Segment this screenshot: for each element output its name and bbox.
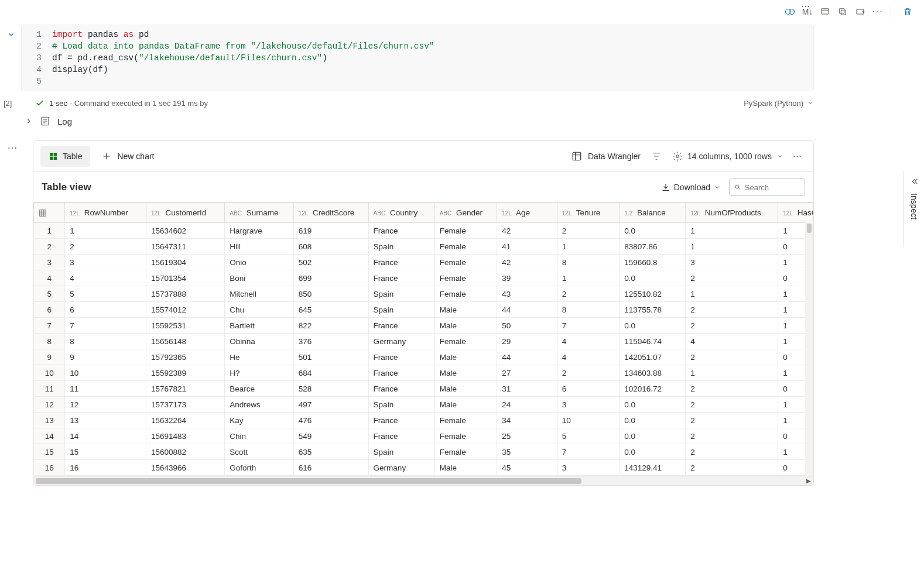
scroll-right-arrow[interactable]: ▶ bbox=[806, 478, 811, 484]
table-row[interactable]: 2215647311Hill608SpainFemale41183807.861… bbox=[34, 239, 813, 255]
new-chart-button[interactable]: New chart bbox=[95, 152, 161, 161]
table-row[interactable]: 131315632264Kay476FranceFemale34100.021 bbox=[34, 413, 813, 428]
table-row[interactable]: 3315619304Onio502FranceFemale428159660.8… bbox=[34, 255, 813, 270]
table-row[interactable]: 141415691483Chin549FranceFemale2550.020 bbox=[34, 428, 813, 444]
table-cell: Spain bbox=[368, 444, 434, 460]
table-cell: Female bbox=[434, 286, 497, 302]
table-cell: 142051.07 bbox=[620, 349, 686, 365]
table-cell: Male bbox=[434, 460, 497, 476]
table-row[interactable]: 1115634602Hargrave619FranceFemale4220.01… bbox=[34, 223, 813, 239]
chevron-down-icon bbox=[807, 99, 814, 107]
search-box[interactable] bbox=[729, 178, 805, 196]
filter-icon[interactable] bbox=[645, 151, 668, 162]
table-cell: 41 bbox=[497, 239, 557, 255]
column-header[interactable]: 12L Age bbox=[497, 203, 557, 223]
table-cell: 549 bbox=[293, 428, 368, 444]
column-header[interactable]: ABC Country bbox=[368, 203, 434, 223]
table-cell: 684 bbox=[293, 365, 368, 381]
expand-log-chevron[interactable] bbox=[25, 117, 33, 125]
columns-rows-summary[interactable]: 14 columns, 1000 rows bbox=[672, 151, 783, 162]
vertical-scroll-thumb[interactable] bbox=[807, 224, 812, 233]
gear-icon bbox=[672, 151, 683, 162]
table-row[interactable]: 111115767821Bearce528FranceMale316102016… bbox=[34, 381, 813, 397]
row-index-cell: 10 bbox=[34, 365, 65, 381]
horizontal-scroll-thumb[interactable] bbox=[36, 478, 581, 484]
table-cell: 4 bbox=[557, 334, 620, 349]
inspect-panel-tab[interactable]: Inspect bbox=[903, 171, 924, 247]
table-row[interactable]: 101015592389H?684FranceMale272134603.881… bbox=[34, 365, 813, 381]
column-header[interactable]: ABC Surname bbox=[225, 203, 293, 223]
column-type-badge: 12L bbox=[299, 210, 309, 217]
line-number: 3 bbox=[22, 52, 52, 64]
table-row[interactable]: 9915792365He501FranceMale444142051.0720 bbox=[34, 349, 813, 365]
collapse-cell-chevron[interactable] bbox=[7, 30, 15, 39]
table-view-header: Table view Download bbox=[33, 171, 813, 202]
column-type-badge: ABC bbox=[374, 210, 386, 217]
table-cell: 0.0 bbox=[620, 444, 686, 460]
column-header[interactable]: 12L CustomerId bbox=[146, 203, 224, 223]
table-cell: 3 bbox=[65, 255, 146, 270]
tab-table[interactable]: Table bbox=[40, 146, 90, 167]
cell-drag-handle[interactable]: … bbox=[7, 139, 18, 152]
table-cell: France bbox=[368, 349, 434, 365]
table-scroll-area[interactable]: 12L RowNumber12L CustomerIdABC Surname12… bbox=[33, 202, 813, 476]
column-header[interactable]: 12L RowNumber bbox=[65, 203, 146, 223]
table-cell: Scott bbox=[225, 444, 293, 460]
horizontal-scrollbar[interactable]: ▶ bbox=[33, 476, 813, 485]
column-type-badge: 12L bbox=[562, 210, 572, 217]
table-row[interactable]: 161615643966Goforth616GermanyMale4531431… bbox=[34, 460, 813, 476]
column-type-badge: 12L bbox=[70, 210, 80, 217]
table-row[interactable]: 121215737173Andrews497SpainMale2430.021 bbox=[34, 397, 813, 413]
table-row[interactable]: 6615574012Chu645SpainMale448113755.7821 bbox=[34, 302, 813, 318]
table-cell: 15634602 bbox=[146, 223, 224, 239]
vertical-scrollbar[interactable] bbox=[805, 222, 813, 476]
table-cell: 0.0 bbox=[620, 270, 686, 286]
table-cell: Germany bbox=[368, 460, 434, 476]
table-cell: 2 bbox=[557, 286, 620, 302]
log-label[interactable]: Log bbox=[57, 116, 72, 126]
more-cell-actions-icon[interactable]: ··· bbox=[870, 4, 886, 20]
output-more-icon[interactable]: ··· bbox=[788, 150, 806, 162]
svg-rect-4 bbox=[840, 9, 844, 13]
table-cell: 9 bbox=[65, 349, 146, 365]
column-header[interactable]: 12L HasC bbox=[778, 203, 813, 223]
table-cell: Spain bbox=[368, 286, 434, 302]
table-cell: 15643966 bbox=[146, 460, 224, 476]
table-cell: 43 bbox=[497, 286, 557, 302]
row-index-cell: 16 bbox=[34, 460, 65, 476]
code-cell: 1 import pandas as pd 2 # Load data into… bbox=[21, 25, 814, 91]
row-index-cell: 8 bbox=[34, 334, 65, 349]
table-cell: Male bbox=[434, 318, 497, 334]
table-row[interactable]: 151515600882Scott635SpainFemale3570.021 bbox=[34, 444, 813, 460]
table-cell: 7 bbox=[65, 318, 146, 334]
data-wrangler-button[interactable]: Data Wrangler bbox=[571, 151, 641, 162]
wrangler-label: Data Wrangler bbox=[588, 152, 641, 161]
search-input[interactable] bbox=[745, 183, 800, 192]
column-header[interactable]: 12L Tenure bbox=[557, 203, 620, 223]
column-header[interactable]: 1.2 Balance bbox=[620, 203, 686, 223]
copy-cell-icon[interactable] bbox=[834, 4, 851, 20]
column-header[interactable]: 12L CreditScore bbox=[293, 203, 368, 223]
table-cell: 11 bbox=[65, 381, 146, 397]
download-button[interactable]: Download bbox=[661, 183, 721, 192]
copilot-icon[interactable] bbox=[782, 4, 798, 20]
kernel-selector[interactable]: PySpark (Python) bbox=[744, 99, 814, 108]
column-header[interactable]: ABC Gender bbox=[434, 203, 497, 223]
table-cell: 15737888 bbox=[146, 286, 224, 302]
add-cell-below-icon[interactable] bbox=[852, 4, 868, 20]
code-editor[interactable]: 1 import pandas as pd 2 # Load data into… bbox=[21, 25, 814, 91]
table-row[interactable]: 8815656148Obinna376GermanyFemale29411504… bbox=[34, 334, 813, 349]
table-row[interactable]: 5515737888Mitchell850SpainFemale43212551… bbox=[34, 286, 813, 302]
table-cell: 12 bbox=[65, 397, 146, 413]
table-cell: 8 bbox=[65, 334, 146, 349]
row-index-cell: 3 bbox=[34, 255, 65, 270]
column-header[interactable]: 12L NumOfProducts bbox=[686, 203, 778, 223]
delete-cell-icon[interactable] bbox=[899, 4, 916, 20]
chevron-down-icon bbox=[714, 184, 721, 191]
table-cell: 15792365 bbox=[146, 349, 224, 365]
toggle-output-icon[interactable] bbox=[817, 4, 833, 20]
table-row[interactable]: 7715592531Bartlett822FranceMale5070.021 bbox=[34, 318, 813, 334]
table-row[interactable]: 4415701354Boni699FranceFemale3910.020 bbox=[34, 270, 813, 286]
log-more-icon[interactable]: ··· bbox=[801, 0, 810, 12]
svg-rect-7 bbox=[50, 153, 53, 156]
